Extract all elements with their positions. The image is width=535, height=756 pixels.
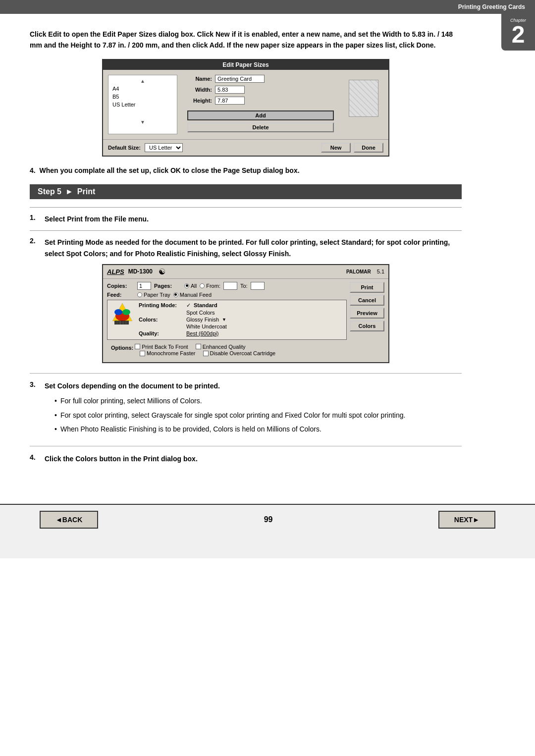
version-num: 5.1: [377, 269, 384, 274]
standard-checkmark: ✓: [186, 302, 191, 309]
divider2: [30, 230, 462, 231]
step5-2: 2. Set Printing Mode as needed for the d…: [30, 237, 462, 259]
svg-text:▓▓▓▓▓: ▓▓▓▓▓: [114, 321, 129, 324]
enhanced-quality-box[interactable]: [196, 344, 201, 349]
color-icon: ▓▓▓▓▓: [111, 302, 134, 324]
paper-preview-area: [344, 75, 383, 134]
print-button[interactable]: Print: [350, 282, 384, 293]
bullet-2: For spot color printing, select Grayscal…: [54, 410, 462, 421]
print-dialog-buttons: Print Cancel Preview Colors: [350, 282, 384, 359]
step3-instruction: Click Edit to open the Edit Paper Sizes …: [30, 29, 462, 51]
copies-input[interactable]: [137, 282, 151, 290]
print-dialog-left: Copies: Pages: All From: To:: [107, 282, 347, 359]
disable-overcoat-label: Disable Overcoat Cartridge: [210, 350, 276, 356]
list-item-a4[interactable]: A4: [110, 85, 175, 93]
step4-instruction: 4. When you complate all the set up, cli…: [30, 166, 462, 174]
to-label: To:: [240, 283, 248, 289]
bullet-list: For full color printing, select Millions…: [54, 395, 462, 434]
paper-size-list[interactable]: ▲ A4 B5 US Letter ▼: [108, 75, 177, 134]
step5-4: 4. Click the Colors button in the Print …: [30, 453, 462, 464]
enhanced-quality-check[interactable]: Enhanced Quality: [196, 344, 246, 350]
colors-label: Colors:: [139, 317, 183, 323]
all-radio[interactable]: All: [184, 283, 197, 289]
default-size-select[interactable]: US Letter A4 B5: [145, 143, 183, 152]
dialog-fields: Name: Width: Height: Add Delete: [182, 75, 339, 134]
step5-1: 1. Select Print from the File menu.: [30, 214, 462, 224]
step5-3: 3. Set Colors depending on the document …: [30, 380, 462, 439]
quality-row: Quality: Best (600dpi): [139, 330, 342, 336]
disable-overcoat-box[interactable]: [203, 351, 209, 356]
printing-mode-section: ▓▓▓▓▓ Printing Mode: ✓ Standard Spot Col…: [107, 300, 347, 340]
cancel-button[interactable]: Cancel: [350, 295, 384, 306]
next-button[interactable]: NEXT►: [438, 511, 495, 529]
manual-feed-radio[interactable]: Manual Feed: [173, 292, 212, 298]
monochrome-faster-box[interactable]: [140, 351, 145, 356]
chapter-tab: Chapter 2: [501, 14, 535, 51]
bullet-3: When Photo Realistic Finishing is to be …: [54, 424, 462, 434]
step5-2-text: Set Printing Mode as needed for the docu…: [45, 238, 450, 257]
glossy-finish-option[interactable]: Glossy Finish: [186, 317, 219, 323]
done-button[interactable]: Done: [354, 143, 383, 153]
step5-3-text: Set Colors depending on the document to …: [45, 382, 220, 390]
palomar-icon: ☯: [159, 267, 165, 276]
step5-1-text: Select Print from the File menu.: [45, 215, 149, 223]
palomar-logo: PALOMAR: [346, 269, 371, 274]
print-back-front-box[interactable]: [135, 344, 140, 349]
step5-title: Print: [77, 187, 95, 196]
header-bar: Printing Greeting Cards: [0, 0, 535, 14]
white-undercoat-option[interactable]: White Undercoat: [186, 324, 227, 329]
disable-overcoat-check[interactable]: Disable Overcoat Cartridge: [203, 350, 276, 356]
list-item-us-letter[interactable]: US Letter: [110, 101, 175, 108]
printing-mode-row: Printing Mode: ✓ Standard: [139, 302, 342, 309]
step5-bar: Step 5 ► Print: [30, 184, 462, 199]
colors-dropdown-arrow[interactable]: ▼: [222, 317, 226, 322]
delete-button[interactable]: Delete: [187, 122, 334, 132]
new-button[interactable]: New: [321, 143, 351, 153]
step5-arrow: ►: [65, 187, 73, 196]
width-input[interactable]: [215, 86, 245, 94]
width-field-row: Width:: [187, 86, 334, 94]
monochrome-faster-check[interactable]: Monochrome Faster: [140, 350, 195, 356]
bottom-buttons: New Done: [321, 143, 383, 153]
colors-button[interactable]: Colors: [350, 321, 384, 331]
print-back-front-check[interactable]: Print Back To Front: [135, 344, 188, 350]
height-input[interactable]: [215, 97, 245, 105]
feed-label: Feed:: [107, 292, 134, 298]
paper-tray-label: Paper Tray: [144, 292, 170, 298]
quality-value: Best (600dpi): [186, 330, 218, 336]
alps-logo: ALPS: [107, 268, 124, 275]
name-input[interactable]: [215, 75, 265, 83]
standard-option[interactable]: Standard: [194, 302, 217, 308]
preview-button[interactable]: Preview: [350, 308, 384, 319]
chapter-number: 2: [512, 21, 525, 48]
scroll-up-arrow[interactable]: ▲: [110, 77, 175, 85]
step3-text: Click Edit to open the Edit Paper Sizes …: [30, 30, 453, 49]
step5-3-num: 3.: [30, 380, 40, 439]
monochrome-faster-label: Monochrome Faster: [147, 350, 195, 356]
step5-4-text: Click the Colors button in the Print dia…: [45, 455, 198, 463]
paper-tray-radio[interactable]: Paper Tray: [137, 292, 170, 298]
to-input[interactable]: [251, 282, 265, 290]
list-item-b5[interactable]: B5: [110, 93, 175, 101]
quality-label: Quality:: [139, 330, 183, 336]
back-button[interactable]: ◄BACK: [40, 511, 98, 529]
scroll-down-arrow[interactable]: ▼: [110, 118, 175, 126]
feed-row: Feed: Paper Tray Manual Feed: [107, 292, 347, 298]
alps-model: MD-1300: [128, 268, 153, 275]
svg-point-4: [122, 309, 130, 315]
add-button[interactable]: Add: [187, 110, 334, 120]
from-input[interactable]: [223, 282, 237, 290]
from-radio[interactable]: From:: [200, 283, 220, 289]
print-dialog-body: Copies: Pages: All From: To:: [103, 279, 388, 362]
from-radio-dot: [200, 283, 205, 288]
options-label: Options:: [111, 344, 133, 350]
pages-label: Pages:: [154, 283, 181, 289]
spot-colors-row: Spot Colors: [139, 310, 342, 316]
default-size-label: Default Size:: [108, 145, 141, 151]
print-dialog: ALPS MD-1300 ☯ PALOMAR 5.1 Copies: Pages…: [102, 264, 389, 363]
divider4: [30, 446, 462, 446]
spot-colors-option[interactable]: Spot Colors: [186, 310, 214, 316]
all-label: All: [191, 283, 197, 289]
step5-label: Step 5: [38, 187, 61, 196]
step5-4-num: 4.: [30, 453, 40, 464]
